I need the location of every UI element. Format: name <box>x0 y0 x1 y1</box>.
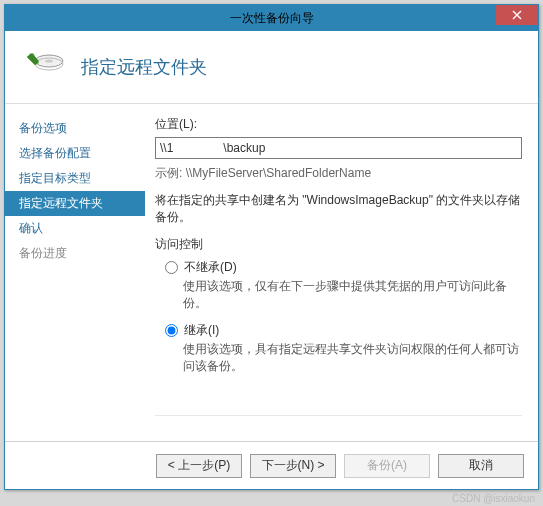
window-title: 一次性备份向导 <box>230 10 314 27</box>
watermark: CSDN @isxiaokun <box>452 493 535 504</box>
sidebar-item-confirm[interactable]: 确认 <box>5 216 145 241</box>
radio-no-inherit[interactable]: 不继承(D) <box>165 259 522 276</box>
close-button[interactable] <box>496 5 538 25</box>
svg-point-2 <box>45 59 53 62</box>
description-text: 将在指定的共享中创建名为 "WindowsImageBackup" 的文件夹以存… <box>155 192 522 226</box>
radio-no-inherit-label: 不继承(D) <box>184 259 237 276</box>
sidebar-item-select-config[interactable]: 选择备份配置 <box>5 141 145 166</box>
location-input[interactable] <box>155 137 522 159</box>
back-button[interactable]: < 上一步(P) <box>156 454 242 478</box>
page-title: 指定远程文件夹 <box>81 55 207 79</box>
location-label: 位置(L): <box>155 116 522 133</box>
backup-button: 备份(A) <box>344 454 430 478</box>
access-control-label: 访问控制 <box>155 236 522 253</box>
titlebar: 一次性备份向导 <box>5 5 538 31</box>
sidebar-item-target-type[interactable]: 指定目标类型 <box>5 166 145 191</box>
radio-no-inherit-desc: 使用该选项，仅有在下一步骤中提供其凭据的用户可访问此备份。 <box>183 278 522 312</box>
wizard-icon <box>23 45 67 89</box>
content: 位置(L): 示例: \\MyFileServer\SharedFolderNa… <box>145 104 538 440</box>
body: 备份选项 选择备份配置 指定目标类型 指定远程文件夹 确认 备份进度 位置(L)… <box>5 104 538 440</box>
next-button[interactable]: 下一步(N) > <box>250 454 336 478</box>
radio-inherit-desc: 使用该选项，具有指定远程共享文件夹访问权限的任何人都可访问该备份。 <box>183 341 522 375</box>
radio-no-inherit-input[interactable] <box>165 261 178 274</box>
sidebar: 备份选项 选择备份配置 指定目标类型 指定远程文件夹 确认 备份进度 <box>5 104 145 440</box>
wizard-window: 一次性备份向导 指定远程文件夹 备份选项 选择备份配置 指定目标类型 指定远程文… <box>4 4 539 490</box>
cancel-button[interactable]: 取消 <box>438 454 524 478</box>
radio-inherit-label: 继承(I) <box>184 322 219 339</box>
sidebar-item-backup-options[interactable]: 备份选项 <box>5 116 145 141</box>
radio-inherit-input[interactable] <box>165 324 178 337</box>
location-example: 示例: \\MyFileServer\SharedFolderName <box>155 165 522 182</box>
divider <box>155 415 522 416</box>
sidebar-item-progress: 备份进度 <box>5 241 145 266</box>
footer: < 上一步(P) 下一步(N) > 备份(A) 取消 <box>5 441 538 489</box>
close-icon <box>512 10 522 20</box>
header: 指定远程文件夹 <box>5 31 538 104</box>
radio-inherit[interactable]: 继承(I) <box>165 322 522 339</box>
sidebar-item-remote-folder[interactable]: 指定远程文件夹 <box>5 191 145 216</box>
